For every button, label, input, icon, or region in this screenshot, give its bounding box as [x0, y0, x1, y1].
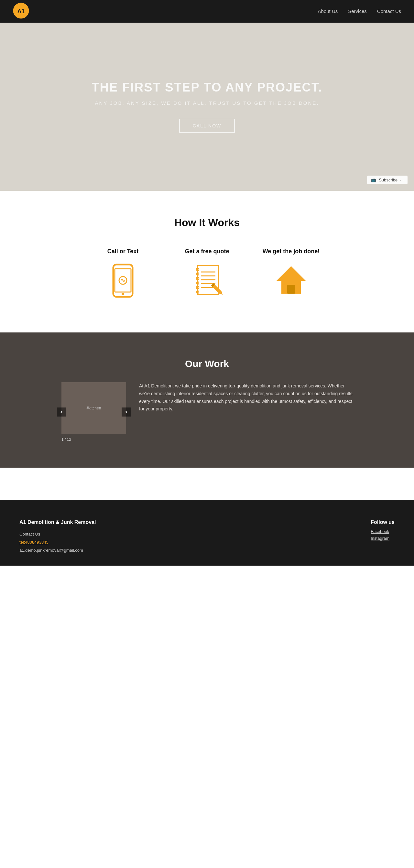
how-it-works-section: How It Works Call or Text Get a free quo…	[0, 191, 414, 333]
navbar: A1 About Us Services Contact Us	[0, 0, 414, 23]
step-quote-label: Get a free quote	[185, 248, 229, 255]
our-work-description: At A1 Demolition, we take pride in deliv…	[139, 382, 353, 413]
our-work-title: Our Work	[13, 358, 401, 369]
hero-headline: THE FIRST STEP TO ANY PROJECT.	[92, 81, 322, 94]
nav-contact[interactable]: Contact Us	[377, 8, 401, 14]
svg-text:A1: A1	[17, 8, 25, 14]
footer-follow-label: Follow us	[371, 519, 394, 525]
nav-links: About Us Services Contact Us	[318, 8, 401, 14]
step-done: We get the job done!	[262, 248, 320, 300]
hero-section: THE FIRST STEP TO ANY PROJECT. ANY JOB, …	[0, 23, 414, 191]
nav-services[interactable]: Services	[348, 8, 367, 14]
step-done-label: We get the job done!	[263, 248, 320, 255]
carousel: < #kitchen > 1 / 12	[61, 382, 126, 442]
carousel-img-label: #kitchen	[87, 406, 101, 410]
footer-facebook-link[interactable]: Facebook	[371, 529, 394, 534]
step-quote: Get a free quote	[178, 248, 236, 300]
carousel-next-button[interactable]: >	[122, 407, 131, 416]
footer-contact-label: Contact Us	[20, 532, 96, 536]
step-call: Call or Text	[94, 248, 152, 300]
logo[interactable]: A1	[13, 3, 29, 20]
carousel-counter: 1 / 12	[61, 437, 126, 442]
footer-phone-link[interactable]: tel:4808493845	[20, 540, 96, 545]
footer-brand: A1 Demolition & Junk Removal Contact Us …	[20, 519, 96, 553]
subscribe-icon: 📺	[371, 178, 376, 182]
step-call-label: Call or Text	[108, 248, 139, 255]
footer-follow: Follow us Facebook Instagram	[371, 519, 394, 553]
subscribe-bar[interactable]: 📺 Subscribe ···	[367, 176, 408, 184]
logo-icon: A1	[13, 3, 29, 19]
carousel-prev-button[interactable]: <	[57, 407, 66, 416]
hero-subheadline: ANY JOB, ANY SIZE, WE DO IT ALL. TRUST U…	[95, 100, 319, 106]
footer-instagram-link[interactable]: Instagram	[371, 536, 394, 541]
subscribe-label: Subscribe	[379, 178, 397, 182]
footer: A1 Demolition & Junk Removal Contact Us …	[0, 500, 414, 566]
phone-icon	[107, 261, 139, 300]
footer-brand-name: A1 Demolition & Junk Removal	[20, 519, 96, 525]
quote-icon	[191, 261, 223, 300]
svg-rect-22	[287, 285, 295, 293]
house-icon	[275, 261, 307, 300]
how-it-works-title: How It Works	[13, 217, 401, 229]
carousel-image: #kitchen	[61, 382, 126, 434]
hero-cta-button[interactable]: CALL NOW	[179, 119, 235, 133]
our-work-content: < #kitchen > 1 / 12 At A1 Demolition, we…	[61, 382, 353, 442]
nav-about[interactable]: About Us	[318, 8, 338, 14]
our-work-section: Our Work < #kitchen > 1 / 12 At A1 Demol…	[0, 333, 414, 468]
steps-container: Call or Text Get a free quote	[13, 248, 401, 300]
spacer	[0, 468, 414, 500]
footer-email: a1.demo.junkremoval@gmail.com	[20, 548, 96, 553]
subscribe-dots: ···	[400, 178, 404, 182]
svg-point-4	[122, 293, 124, 295]
